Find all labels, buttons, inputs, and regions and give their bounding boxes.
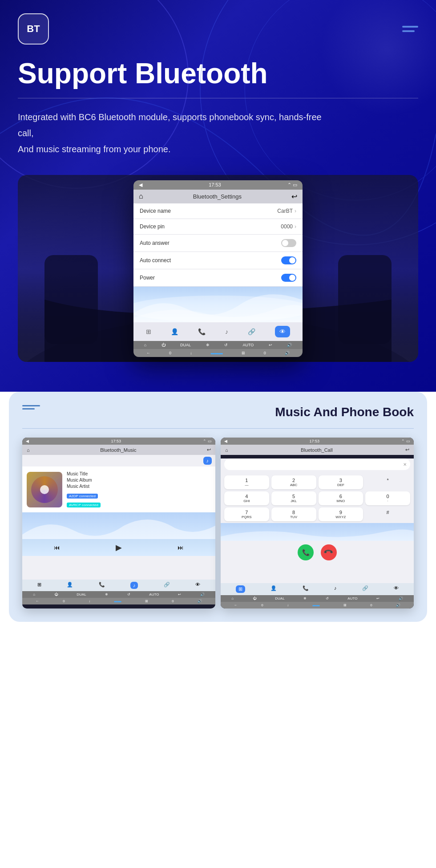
music-status-bar: ◀ 17:53 ⌃ ▭ [22,438,215,445]
prev-button[interactable]: ⏮ [54,544,60,551]
dial-0[interactable]: 0· [365,491,410,505]
phone-back-icon[interactable]: ↩ [405,447,409,453]
dial-6[interactable]: 6MNO [319,491,363,505]
music-player: Music Title Music Album Music Artist A2D… [22,466,215,512]
dial-2[interactable]: 2ABC [271,475,316,489]
music-tab-contacts[interactable]: 👤 [67,582,73,589]
device-name-row[interactable]: Device name CarBT › [133,203,303,219]
call-button[interactable]: 📞 [298,544,314,560]
music-back-icon[interactable]: ↩ [207,447,211,453]
back-arrow: ◀ [139,182,142,188]
dial-star[interactable]: * [365,475,410,489]
auto-answer-label: Auto answer [140,240,170,246]
auto-answer-row[interactable]: Auto answer [133,235,303,252]
tab-contacts[interactable]: 👤 [171,328,178,335]
music-tab-link[interactable]: 🔗 [164,582,170,589]
music-title: Music Title [67,471,211,477]
device-pin-value: 0000 › [281,223,296,230]
screen-nav-title: Bluetooth_Settings [193,193,242,200]
tab-link[interactable]: 🔗 [248,328,255,335]
dial-7[interactable]: 7PQRS [224,507,269,521]
phone-nav: ⌂ Bluetooth_Call ↩ [221,445,414,455]
bt-logo: BT [18,13,49,45]
auto-answer-toggle[interactable] [281,239,296,247]
music-back-arrow: ◀ [26,439,29,443]
dial-hash[interactable]: # [365,507,410,521]
music-time: 17:53 [111,439,121,443]
auto-connect-toggle[interactable] [281,256,296,264]
wave-area [133,287,303,322]
phone-home-icon[interactable]: ⌂ [225,447,228,453]
hero-section: BT Support Bluetooth Integrated with BC6… [0,0,436,392]
power-row[interactable]: Power [133,269,303,287]
dial-1[interactable]: 1— [224,475,269,489]
car-background: ◀ 17:53 ⌃ ▭ ⌂ Bluetooth_Settings ↩ Devic… [18,175,418,362]
hangup-button[interactable]: 📞 [318,541,340,564]
back-icon[interactable]: ↩ [291,192,297,201]
auto-connect-row[interactable]: Auto connect [133,252,303,269]
phone-tab-eye[interactable]: 👁 [394,585,399,593]
bluetooth-settings-screen: ◀ 17:53 ⌃ ▭ ⌂ Bluetooth_Settings ↩ Devic… [133,180,303,357]
music-note-icon: ♪ [203,457,212,465]
music-controls: ⏮ ▶ ⏭ [22,539,215,556]
status-time: 17:53 [209,182,221,187]
phone-back-arrow: ◀ [224,439,227,443]
dialpad: 1— 2ABC 3DEF * 4GHI 5JKL 6MNO 0· 7PQRS 8… [221,474,414,523]
device-pin-row[interactable]: Device pin 0000 › [133,219,303,235]
hero-top-bar: BT [18,13,418,45]
hero-title: Support Bluetooth [18,58,418,89]
music-wave [22,512,215,539]
phone-bottom-bar: ←0↓▬▬⊞0🔊 [221,602,414,608]
dial-9[interactable]: 9WXYZ [319,507,363,521]
music-tab-menu[interactable]: ⊞ [37,582,41,589]
phone-tab-music[interactable]: ♪ [334,585,337,593]
tab-eye[interactable]: 👁 [275,326,290,337]
hero-divider [18,98,418,98]
home-icon[interactable]: ⌂ [139,192,143,200]
phone-nav-title: Bluetooth_Call [301,447,333,453]
tab-menu[interactable]: ⊞ [146,328,151,335]
tab-music[interactable]: ♪ [225,328,228,335]
music-status-bottom: ⌂⏻DUAL❄↺AUTO↩🔊 [22,591,215,598]
phone-input[interactable]: ✕ [224,458,410,470]
music-content: ♪ Music Title Music Album Music Artist A… [22,455,215,580]
next-button[interactable]: ⏭ [178,544,184,551]
music-info: Music Title Music Album Music Artist A2D… [67,471,211,508]
phone-tab-link[interactable]: 🔗 [362,585,368,593]
clear-icon[interactable]: ✕ [403,462,407,467]
power-toggle[interactable] [281,274,296,282]
music-status-icons: ⌃ ▭ [203,439,212,443]
dial-8[interactable]: 8TUV [271,507,316,521]
music-nav-title: Bluetooth_Music [100,447,136,453]
play-button[interactable]: ▶ [116,543,122,552]
music-tab-eye[interactable]: 👁 [195,582,200,589]
section-menu-icon[interactable] [22,405,40,410]
phone-tab-active[interactable]: ⊞ [236,585,245,593]
album-art-image [31,476,58,503]
phone-status-icons: ⌃ ▭ [401,439,410,443]
dial-4[interactable]: 4GHI [224,491,269,505]
phone-status-bar: ◀ 17:53 ⌃ ▭ [221,438,414,445]
phone-time: 17:53 [309,439,319,443]
hero-description: Integrated with BC6 Bluetooth module, su… [18,109,329,157]
menu-icon[interactable] [402,26,418,32]
music-tab-active[interactable]: ♪ [130,582,138,589]
album-art [27,472,62,507]
phone-content: ✕ 1— 2ABC 3DEF * 4GHI 5JKL 6MNO 0· 7PQRS… [221,458,414,583]
phone-tab-phone[interactable]: 📞 [303,585,309,593]
dial-5[interactable]: 5JKL [271,491,316,505]
music-artist: Music Artist [67,483,211,490]
phone-screen: ◀ 17:53 ⌃ ▭ ⌂ Bluetooth_Call ↩ ✕ 1— 2ABC… [221,438,414,608]
device-pin-label: Device pin [140,223,165,230]
status-icons: ⌃ ▭ [287,182,297,188]
phone-tab-contacts[interactable]: 👤 [270,585,277,593]
music-home-icon[interactable]: ⌂ [27,447,30,453]
call-actions: 📞 📞 [221,541,414,564]
chevron-icon: › [295,208,296,214]
music-nav: ⌂ Bluetooth_Music ↩ [22,445,215,455]
tab-phone[interactable]: 📞 [198,328,206,335]
dial-3[interactable]: 3DEF [319,475,363,489]
music-bottom-tabs: ⊞ 👤 📞 ♪ 🔗 👁 [22,580,215,591]
power-label: Power [140,275,155,281]
music-tab-phone[interactable]: 📞 [99,582,105,589]
